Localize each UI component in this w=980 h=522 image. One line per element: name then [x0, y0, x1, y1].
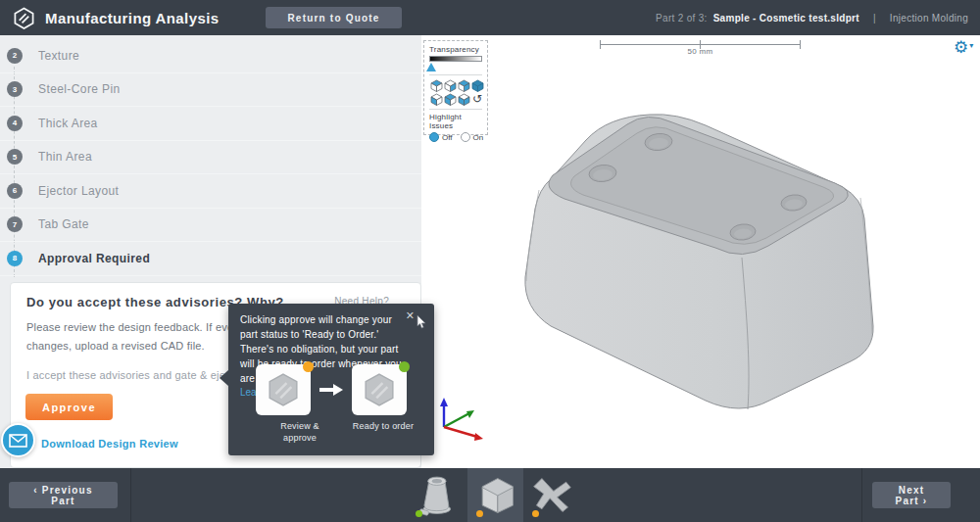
- transparency-slider-thumb[interactable]: [426, 63, 436, 71]
- status-dot-orange: [476, 510, 483, 517]
- sidebar-item-thin-area[interactable]: 5 Thin Area: [0, 141, 421, 175]
- view-top-left-icon[interactable]: [443, 92, 457, 106]
- previous-part-button[interactable]: ‹ Previous Part: [9, 482, 118, 508]
- scale-label: 50 mm: [600, 47, 801, 56]
- scale-ruler: 50 mm: [600, 40, 801, 56]
- view-isometric-icon[interactable]: [470, 78, 484, 92]
- highlight-off-radio[interactable]: [429, 132, 439, 142]
- part-hexagon-icon: [363, 372, 396, 407]
- status-dot-green: [416, 510, 422, 517]
- status-dot-green: [399, 361, 410, 372]
- sidebar-item-tab-gate[interactable]: 7 Tab Gate: [0, 209, 421, 243]
- top-bar: Manufacturing Analysis Return to Quote P…: [0, 0, 980, 35]
- transparency-slider[interactable]: [429, 56, 482, 62]
- next-part-button[interactable]: Next Part ›: [872, 482, 951, 508]
- chevron-down-icon[interactable]: ▾: [969, 41, 973, 50]
- step-badge-active: 8: [7, 251, 23, 266]
- sidebar-item-approval-required[interactable]: 8 Approval Required: [0, 242, 421, 276]
- part-thumbnail-3[interactable]: [523, 468, 579, 522]
- axis-triad-icon: [434, 395, 488, 449]
- app-title: Manufacturing Analysis: [45, 10, 219, 26]
- view-left-icon[interactable]: [429, 92, 443, 106]
- download-design-review-link[interactable]: Download Design Review: [41, 438, 178, 450]
- highlight-on-label: On: [473, 133, 484, 142]
- highlight-issues-label: Highlight Issues: [429, 113, 482, 130]
- transparency-label: Transparency: [429, 45, 482, 54]
- contact-envelope-button[interactable]: [1, 423, 35, 457]
- step-badge: 7: [7, 216, 23, 232]
- status-transition-graphic: [228, 364, 434, 415]
- cad-model-render[interactable]: [490, 101, 951, 453]
- part-hexagon-icon: [267, 372, 300, 407]
- part-progress: Part 2 of 3:: [656, 13, 708, 24]
- process-label: Injection Molding: [890, 13, 968, 24]
- rotate-view-icon[interactable]: ↺: [470, 92, 484, 106]
- topbar-separator: |: [873, 13, 876, 24]
- approve-info-popover: Clicking approve will change your part s…: [228, 304, 434, 455]
- ready-to-order-tile: [352, 364, 407, 415]
- part-navigation-bar: ‹ Previous Part Ne: [0, 468, 980, 522]
- transition-arrow-icon: [318, 383, 344, 397]
- highlight-on-radio[interactable]: [461, 132, 470, 142]
- part-thumbnail-2-selected[interactable]: [467, 468, 523, 522]
- mouse-cursor-icon: [416, 315, 426, 329]
- part-thumbnail-1[interactable]: [407, 468, 463, 522]
- part-info: Part 2 of 3: Sample - Cosmetic test.sldp…: [656, 0, 968, 35]
- highlight-off-label: Off: [442, 133, 453, 142]
- view-top-right-icon[interactable]: [457, 78, 470, 92]
- sidebar-item-thick-area[interactable]: 4 Thick Area: [0, 107, 421, 141]
- popover-arrow: [220, 370, 228, 386]
- envelope-icon: [9, 434, 27, 448]
- protolabs-logo-icon: [13, 7, 35, 29]
- view-orientation-grid: ↺: [429, 78, 482, 106]
- step-badge: 5: [7, 149, 23, 165]
- view-front-icon[interactable]: [443, 78, 457, 92]
- sidebar-item-steel-core-pin[interactable]: 3 Steel-Core Pin: [0, 73, 421, 108]
- view-corner-icon[interactable]: [457, 92, 470, 106]
- step-badge: 4: [7, 116, 23, 131]
- highlight-issues-radios: Off On: [429, 132, 482, 142]
- step-badge: 3: [7, 81, 23, 97]
- step-badge: 6: [7, 183, 23, 199]
- view-options-panel: Transparency: [423, 40, 488, 135]
- status-dot-orange: [303, 361, 314, 372]
- approve-button[interactable]: Approve: [25, 394, 113, 420]
- ready-to-order-label: Ready to order: [339, 421, 427, 433]
- review-approve-tile: [256, 364, 311, 415]
- review-approve-label: Review & approve: [256, 421, 344, 444]
- gear-icon[interactable]: ⚙: [954, 39, 968, 56]
- view-top-icon[interactable]: [429, 78, 443, 92]
- part-filename: Sample - Cosmetic test.sldprt: [713, 13, 859, 24]
- sidebar-item-texture[interactable]: 2 Texture: [0, 39, 421, 73]
- step-badge: 2: [7, 48, 23, 64]
- manufacturing-analysis-app: Manufacturing Analysis Return to Quote P…: [0, 0, 980, 522]
- advisory-steps-list: 2 Texture 3 Steel-Core Pin 4 Thick Area …: [0, 39, 421, 276]
- viewer-settings-control[interactable]: ⚙ ▾: [954, 39, 973, 56]
- return-to-quote-button[interactable]: Return to Quote: [266, 7, 401, 28]
- status-dot-orange: [532, 510, 539, 517]
- close-icon[interactable]: ✕: [406, 310, 415, 321]
- sidebar-item-ejector-layout[interactable]: 6 Ejector Layout: [0, 174, 421, 209]
